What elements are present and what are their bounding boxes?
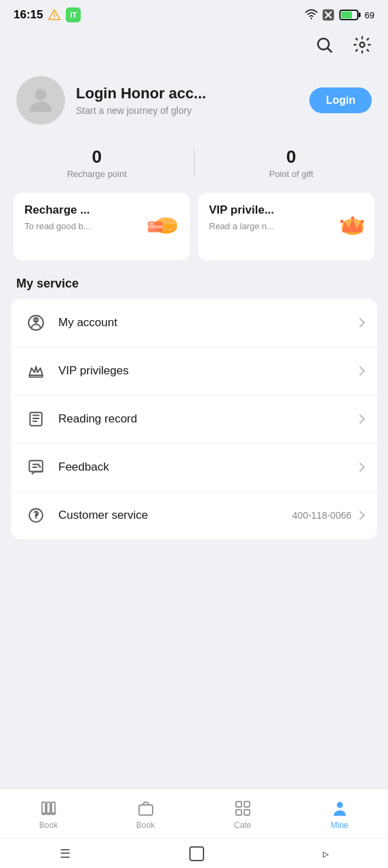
my-account-chevron	[355, 318, 365, 328]
shop-icon	[136, 799, 155, 818]
nav-book-label: Book	[39, 821, 58, 830]
battery-icon	[339, 9, 361, 20]
signal-x-icon	[322, 8, 335, 22]
my-account-right	[357, 319, 364, 326]
feedback-chevron	[355, 462, 365, 472]
top-actions	[0, 30, 388, 65]
service-list: My account VIP privileges Reading record	[11, 299, 377, 539]
svg-point-16	[341, 220, 344, 223]
recharge-point-value: 0	[92, 146, 102, 167]
vip-icon-wrap	[24, 359, 47, 382]
reading-record-right	[357, 416, 364, 422]
svg-rect-32	[244, 802, 250, 807]
battery-level: 69	[365, 10, 374, 20]
recharge-card[interactable]: Recharge ... To read good b...	[14, 193, 190, 260]
svg-point-7	[35, 89, 47, 100]
vip-crown-icon	[27, 362, 45, 380]
svg-point-17	[351, 216, 355, 220]
profile-subtitle: Start a new journey of glory	[76, 105, 298, 116]
svg-rect-31	[236, 802, 241, 807]
feedback-label: Feedback	[58, 460, 357, 474]
gift-point-label: Point of gift	[269, 169, 313, 179]
svg-rect-33	[236, 810, 241, 815]
customer-service-phone: 400-118-0066	[292, 510, 351, 521]
profile-section: Login Honor acc... Start a new journey o…	[0, 65, 388, 141]
feedback-icon	[27, 458, 45, 476]
app-badge: IT	[66, 7, 81, 22]
system-menu-button[interactable]: ☰	[46, 841, 84, 867]
reading-record-icon	[27, 410, 45, 428]
settings-button[interactable]	[350, 33, 374, 57]
svg-rect-22	[29, 376, 43, 378]
customer-service-item[interactable]: Customer service 400-118-0066	[11, 492, 377, 539]
svg-marker-21	[29, 367, 43, 376]
recharge-point-item: 0 Recharge point	[0, 146, 194, 179]
vip-privileges-item[interactable]: VIP privileges	[11, 347, 377, 395]
nav-shop-label: Book	[136, 821, 155, 830]
svg-rect-4	[341, 12, 351, 18]
my-service-title: My service	[0, 277, 388, 299]
reading-icon-wrap	[24, 408, 47, 431]
svg-point-6	[360, 43, 365, 47]
vip-right	[357, 368, 364, 374]
nav-mine-label: Mine	[330, 821, 348, 830]
my-account-label: My account	[58, 316, 357, 330]
points-row: 0 Recharge point 0 Point of gift	[0, 141, 388, 193]
svg-rect-12	[149, 223, 153, 225]
system-back-button[interactable]: ◃	[309, 841, 343, 867]
cards-row: Recharge ... To read good b... VIP privi…	[0, 193, 388, 277]
gift-point-item: 0 Point of gift	[195, 146, 389, 179]
customer-service-icon	[27, 507, 45, 524]
customer-service-chevron	[355, 511, 365, 520]
feedback-icon-wrap	[24, 456, 47, 479]
recharge-point-label: Recharge point	[67, 169, 127, 179]
my-account-item[interactable]: My account	[11, 299, 377, 347]
nav-shop-item[interactable]: Book	[97, 796, 194, 833]
person-icon	[330, 799, 349, 818]
recharge-card-icon	[142, 207, 183, 247]
vip-card-icon	[327, 207, 368, 247]
vip-privileges-label: VIP privileges	[58, 364, 357, 378]
profile-info: Login Honor acc... Start a new journey o…	[76, 85, 298, 116]
reading-record-item[interactable]: Reading record	[11, 395, 377, 443]
reading-record-label: Reading record	[58, 412, 357, 426]
vip-card[interactable]: VIP privile... Read a large n...	[198, 193, 374, 260]
customer-service-label: Customer service	[58, 509, 292, 522]
svg-point-0	[310, 18, 311, 19]
feedback-item[interactable]: Feedback	[11, 443, 377, 492]
svg-rect-11	[148, 226, 163, 229]
book-shelf-icon	[39, 799, 58, 818]
svg-rect-30	[139, 805, 153, 815]
avatar	[16, 76, 65, 125]
bottom-nav: Book Book Cate	[0, 789, 388, 838]
status-time: 16:15	[14, 8, 43, 22]
svg-point-35	[336, 802, 343, 808]
account-icon	[27, 314, 45, 332]
customer-service-icon-wrap	[24, 504, 47, 527]
warning-icon	[48, 9, 60, 21]
system-nav: ☰ ◃	[0, 838, 388, 868]
wifi-icon	[305, 9, 317, 21]
status-icons: 69	[305, 8, 374, 22]
svg-rect-23	[30, 412, 41, 426]
my-account-icon-wrap	[24, 311, 47, 334]
customer-service-right: 400-118-0066	[292, 510, 364, 521]
feedback-right	[357, 464, 364, 471]
nav-cate-item[interactable]: Cate	[194, 796, 291, 833]
svg-rect-3	[358, 13, 360, 18]
gift-point-value: 0	[286, 146, 296, 167]
nav-mine-item[interactable]: Mine	[291, 796, 388, 833]
profile-title: Login Honor acc...	[76, 85, 298, 102]
search-button[interactable]	[312, 33, 336, 57]
grid-icon	[233, 799, 252, 818]
nav-book-item[interactable]: Book	[0, 796, 97, 833]
reading-record-chevron	[355, 414, 365, 424]
svg-rect-24	[29, 460, 43, 471]
status-bar: 16:15 IT 69	[0, 0, 388, 30]
vip-chevron	[355, 366, 365, 376]
svg-rect-34	[244, 810, 250, 815]
svg-point-18	[361, 220, 364, 223]
nav-cate-label: Cate	[234, 821, 251, 830]
system-home-button[interactable]	[176, 841, 218, 867]
login-button[interactable]: Login	[309, 87, 372, 113]
